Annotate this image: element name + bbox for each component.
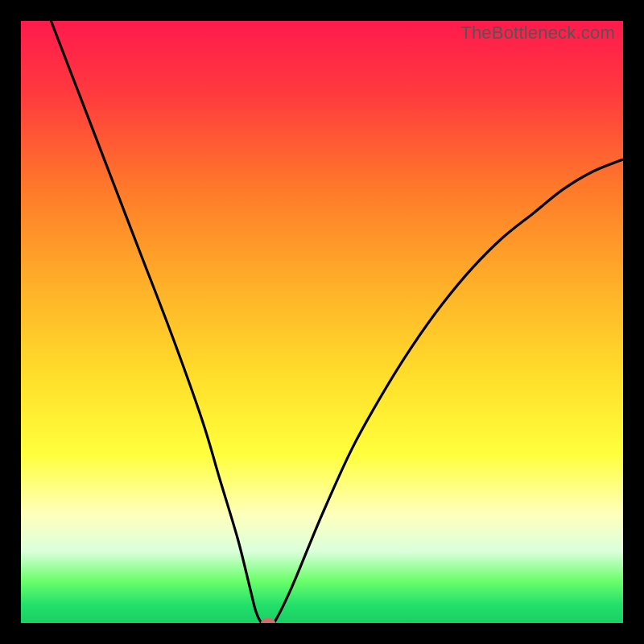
curve-path [51, 21, 623, 623]
plot-area: TheBottleneck.com [21, 21, 623, 623]
bottleneck-curve [21, 21, 623, 623]
outer-frame: TheBottleneck.com [0, 0, 644, 644]
min-marker [261, 618, 275, 623]
